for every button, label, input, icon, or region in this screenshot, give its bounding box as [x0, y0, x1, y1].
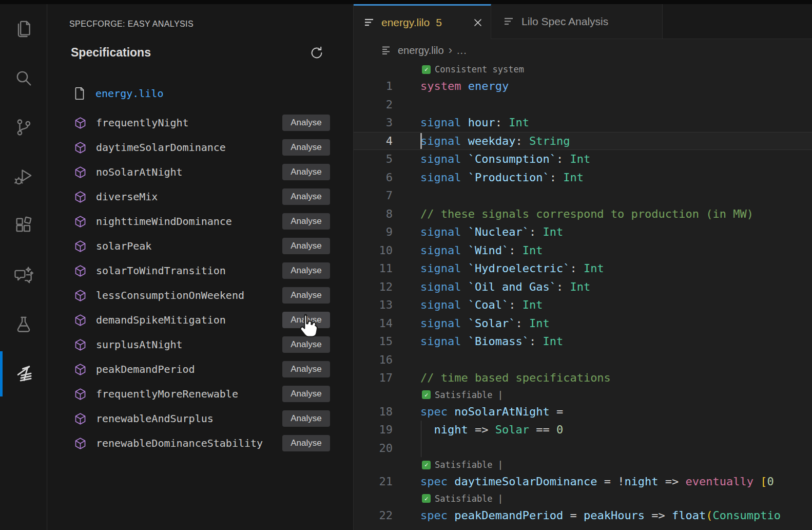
- spec-cube-icon: [73, 264, 87, 278]
- code-line[interactable]: 3signal hour: Int: [354, 113, 812, 132]
- code-line[interactable]: 6signal `Production`: Int: [354, 168, 812, 187]
- line-number[interactable]: 4: [354, 135, 393, 147]
- spec-list-item[interactable]: noSolarAtNightAnalyse: [47, 160, 353, 184]
- line-number[interactable]: 12: [354, 280, 393, 293]
- close-icon[interactable]: [472, 17, 484, 28]
- line-number[interactable]: 21: [354, 475, 393, 488]
- codelens[interactable]: ✓Satisfiable |: [354, 457, 812, 472]
- line-number[interactable]: 22: [354, 509, 393, 522]
- analyse-button[interactable]: Analyse: [282, 164, 330, 180]
- code-line[interactable]: 8// these signals correspond to producti…: [354, 205, 812, 223]
- line-number[interactable]: 16: [354, 353, 393, 366]
- codelens-label[interactable]: Satisfiable |: [435, 460, 503, 470]
- spec-list-item[interactable]: daytimeSolarDominanceAnalyse: [47, 135, 353, 160]
- line-number[interactable]: 5: [354, 153, 393, 165]
- line-number[interactable]: 13: [354, 298, 393, 311]
- code-line[interactable]: 11signal `Hydroelectric`: Int: [354, 259, 812, 278]
- codelens-label[interactable]: Consistent system: [435, 64, 524, 74]
- spec-list-item[interactable]: peakDemandPeriodAnalyse: [47, 357, 353, 382]
- codelens[interactable]: ✓Consistent system: [354, 62, 812, 77]
- breadcrumb[interactable]: energy.lilo › ...: [354, 39, 812, 62]
- analyse-button[interactable]: Analyse: [282, 361, 330, 377]
- line-number[interactable]: 6: [354, 171, 393, 184]
- spec-list-item[interactable]: renewableAndSurplusAnalyse: [47, 406, 353, 431]
- spec-file-item[interactable]: energy.lilo: [47, 84, 353, 103]
- line-number[interactable]: 8: [354, 207, 393, 220]
- spec-list-item[interactable]: solarPeakAnalyse: [47, 234, 353, 258]
- codelens[interactable]: ✓Satisfiable |: [354, 491, 812, 506]
- code-line[interactable]: 2: [354, 96, 812, 114]
- chat-icon[interactable]: [0, 251, 47, 300]
- code-text: signal `Consumption`: Int: [420, 153, 590, 165]
- analyse-button[interactable]: Analyse: [282, 435, 330, 451]
- code-line[interactable]: 12signal `Oil and Gas`: Int: [354, 278, 812, 296]
- extensions-icon[interactable]: [0, 201, 47, 251]
- line-number[interactable]: 7: [354, 189, 393, 202]
- spec-list-item[interactable]: nighttimeWindDominanceAnalyse: [47, 209, 353, 234]
- code-line[interactable]: 13signal `Coal`: Int: [354, 296, 812, 314]
- line-number[interactable]: 20: [354, 442, 393, 455]
- line-number[interactable]: 19: [354, 423, 393, 436]
- code-line[interactable]: 16: [354, 351, 812, 369]
- code-line[interactable]: 15signal `Biomass`: Int: [354, 332, 812, 351]
- spec-list-item[interactable]: frequentlyNightAnalyse: [47, 110, 353, 135]
- specforge-icon[interactable]: [0, 349, 47, 399]
- tab-energy-lilo[interactable]: energy.lilo 5: [354, 4, 491, 39]
- spec-list-item[interactable]: lessConsumptionOnWeekendAnalyse: [47, 283, 353, 308]
- analyse-button[interactable]: Analyse: [282, 336, 330, 353]
- line-number[interactable]: 15: [354, 335, 393, 348]
- codelens[interactable]: ✓Satisfiable |: [354, 387, 812, 403]
- code-line[interactable]: 10signal `Wind`: Int: [354, 241, 812, 260]
- analyse-button[interactable]: Analyse: [282, 139, 330, 156]
- analyse-button[interactable]: Analyse: [282, 262, 330, 279]
- code-line[interactable]: 17// time based specifications: [354, 369, 812, 387]
- refresh-icon[interactable]: [309, 45, 324, 61]
- spec-list-item[interactable]: solarToWindTransitionAnalyse: [47, 258, 353, 283]
- analyse-button[interactable]: Analyse: [282, 213, 330, 230]
- code-line[interactable]: 5signal `Consumption`: Int: [354, 150, 812, 168]
- line-number[interactable]: 14: [354, 317, 393, 330]
- codelens-label[interactable]: Satisfiable |: [435, 390, 503, 400]
- code-line[interactable]: 14signal `Solar`: Int: [354, 314, 812, 333]
- analyse-button[interactable]: Analyse: [282, 188, 330, 205]
- code-line[interactable]: 18spec noSolarAtNight =: [354, 403, 812, 421]
- analyse-button[interactable]: Analyse: [282, 312, 330, 328]
- code-line[interactable]: 22spec peakDemandPeriod = peakHours => f…: [354, 506, 812, 525]
- breadcrumb-more[interactable]: ...: [457, 45, 467, 56]
- testing-beaker-icon[interactable]: [0, 300, 47, 349]
- spec-list-item[interactable]: surplusAtNightAnalyse: [47, 332, 353, 357]
- explorer-icon[interactable]: [0, 4, 47, 53]
- analyse-button[interactable]: Analyse: [282, 410, 330, 427]
- analyse-button[interactable]: Analyse: [282, 115, 330, 131]
- code-line[interactable]: 21spec daytimeSolarDominance = !night =>…: [354, 472, 812, 491]
- line-number[interactable]: 2: [354, 98, 393, 111]
- line-number[interactable]: 17: [354, 371, 393, 384]
- line-number[interactable]: 3: [354, 116, 393, 129]
- line-number[interactable]: 10: [354, 244, 393, 257]
- codelens-label[interactable]: Satisfiable |: [435, 494, 503, 504]
- code-line[interactable]: 19 night => Solar == 0: [354, 421, 812, 439]
- tab-lilo-spec-analysis[interactable]: Lilo Spec Analysis: [491, 4, 663, 39]
- search-icon[interactable]: [0, 53, 47, 103]
- spec-list-item[interactable]: frequentlyMoreRenewableAnalyse: [47, 382, 353, 406]
- code-line[interactable]: 20: [354, 439, 812, 458]
- analyse-button[interactable]: Analyse: [282, 287, 330, 304]
- line-number[interactable]: 9: [354, 225, 393, 238]
- code-line[interactable]: 9signal `Nuclear`: Int: [354, 223, 812, 241]
- spec-list-item[interactable]: demandSpikeMitigationAnalyse: [47, 308, 353, 332]
- line-number[interactable]: 11: [354, 262, 393, 275]
- code-line[interactable]: 4signal weekday: String: [354, 132, 812, 150]
- breadcrumb-file[interactable]: energy.lilo: [398, 45, 444, 56]
- line-number[interactable]: 18: [354, 405, 393, 418]
- code-line[interactable]: 7: [354, 186, 812, 205]
- analyse-button[interactable]: Analyse: [282, 386, 330, 402]
- code-editor[interactable]: ✓Consistent system1system energy23signal…: [354, 62, 812, 524]
- line-number[interactable]: 1: [354, 80, 393, 92]
- code-text: signal `Production`: Int: [420, 171, 584, 184]
- code-line[interactable]: 1system energy: [354, 77, 812, 96]
- analyse-button[interactable]: Analyse: [282, 238, 330, 254]
- spec-list-item[interactable]: diverseMixAnalyse: [47, 184, 353, 209]
- source-control-icon[interactable]: [0, 103, 47, 152]
- spec-list-item[interactable]: renewableDominanceStabilityAnalyse: [47, 431, 353, 456]
- run-debug-icon[interactable]: [0, 152, 47, 201]
